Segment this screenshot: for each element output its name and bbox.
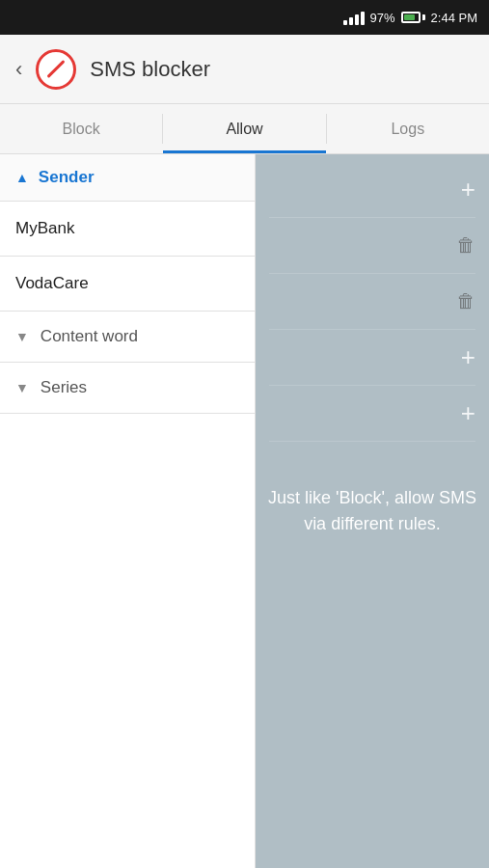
content-word-chevron-icon: ▼ — [15, 329, 29, 344]
app-bar: ‹ SMS blocker — [0, 35, 489, 104]
add-content-word-button[interactable]: + — [461, 342, 475, 372]
series-chevron-icon: ▼ — [15, 380, 29, 395]
tab-block[interactable]: Block — [0, 104, 162, 153]
series-section-header[interactable]: ▼ Series — [0, 363, 255, 414]
status-bar: 97% 2:44 PM — [0, 0, 489, 35]
signal-indicator — [343, 10, 365, 25]
back-button[interactable]: ‹ — [15, 57, 22, 82]
sender-item-vodacare[interactable]: VodaCare — [0, 257, 255, 312]
main-content: ▲ Sender MyBank VodaCare ▼ Content word … — [0, 154, 489, 868]
series-section-title: Series — [41, 378, 87, 397]
delete-mybank-button[interactable]: 🗑 — [456, 234, 475, 257]
block-icon — [47, 60, 66, 78]
add-series-button[interactable]: + — [461, 398, 475, 428]
left-panel: ▲ Sender MyBank VodaCare ▼ Content word … — [0, 154, 256, 868]
delete-vodacare-button[interactable]: 🗑 — [456, 290, 475, 312]
content-word-section-title: Content word — [41, 327, 138, 346]
tab-allow[interactable]: Allow — [163, 104, 325, 153]
sender-chevron-icon: ▲ — [15, 170, 29, 185]
right-panel: + 🗑 🗑 + + Just like 'Block', allow SMS v… — [256, 154, 489, 868]
sender-item-mybank[interactable]: MyBank — [0, 202, 255, 257]
tab-logs[interactable]: Logs — [327, 104, 489, 153]
tab-bar: Block Allow Logs — [0, 104, 489, 154]
sender-section-header[interactable]: ▲ Sender — [0, 154, 255, 202]
clock: 2:44 PM — [431, 11, 477, 25]
content-word-section-header[interactable]: ▼ Content word — [0, 312, 255, 363]
battery-icon — [401, 12, 425, 23]
battery-percent: 97% — [370, 11, 395, 25]
app-icon — [36, 49, 76, 90]
tooltip-text: Just like 'Block', allow SMS via differe… — [266, 485, 478, 537]
sender-section-title: Sender — [39, 168, 95, 187]
app-title: SMS blocker — [90, 57, 210, 82]
add-sender-button[interactable]: + — [461, 175, 475, 204]
